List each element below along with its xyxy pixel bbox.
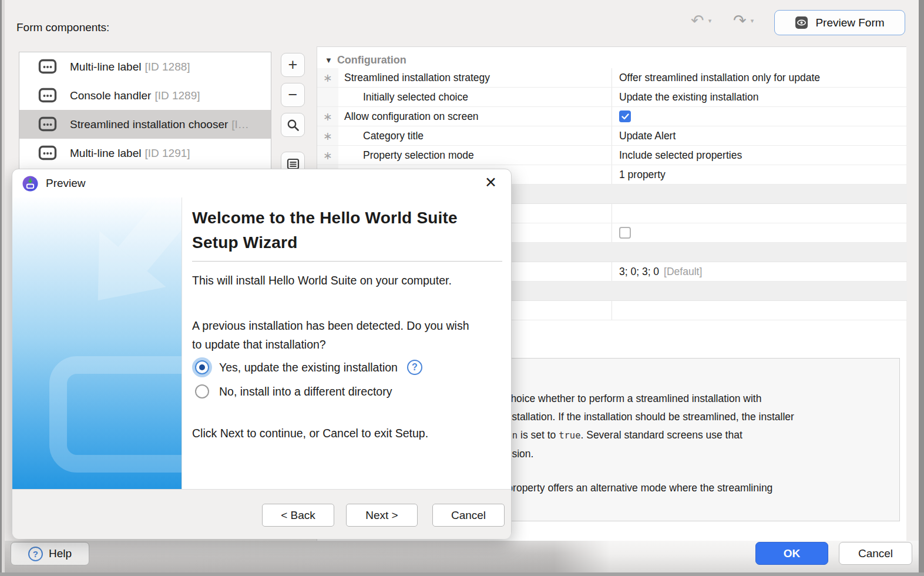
non-default-indicator-icon: ∗: [323, 130, 332, 142]
form-component-icon: [38, 88, 57, 103]
component-id: [ID 1288]: [145, 61, 190, 73]
install-arrow-watermark: [12, 197, 182, 489]
radio-option-label: Yes, update the existing installation: [219, 361, 398, 374]
add-component-button[interactable]: +: [281, 53, 305, 77]
search-icon: [286, 118, 300, 132]
component-id: [ID 1289]: [154, 89, 200, 102]
property-label: Property selection mode: [338, 146, 611, 165]
list-item[interactable]: Console handler[ID 1289]: [19, 81, 271, 110]
component-label: Multi-line label: [70, 147, 141, 159]
redo-button[interactable]: ↷ ▾: [733, 13, 754, 29]
preview-dialog: Preview ✕ Welcome to the Hello World Sui…: [12, 169, 512, 538]
code-true: true: [559, 430, 580, 441]
undo-icon: ↶: [691, 13, 704, 29]
property-value[interactable]: [611, 204, 907, 223]
property-row: ∗ Property selection mode Include select…: [317, 146, 907, 165]
radio-selected-icon[interactable]: [195, 360, 209, 374]
component-id: [I…: [231, 118, 249, 130]
component-label: Streamlined installation chooser: [70, 118, 228, 130]
wizard-content: Welcome to the Hello World Suite Setup W…: [182, 197, 512, 489]
form-components-list: Multi-line label[ID 1288] Console handle…: [19, 52, 271, 176]
wizard-intro-text: This will install Hello World Suite on y…: [192, 274, 452, 287]
component-id: [ID 1291]: [145, 147, 190, 159]
property-value-default-tag: [Default]: [664, 266, 702, 278]
property-row: ∗ Allow configuration on screen: [317, 107, 907, 126]
property-row: ∗ Streamlined installation strategy Offe…: [317, 68, 907, 88]
radio-unselected-icon[interactable]: [195, 384, 209, 398]
list-item[interactable]: Multi-line label[ID 1291]: [19, 139, 271, 168]
dialog-titlebar[interactable]: Preview ✕: [12, 169, 511, 197]
form-component-icon: [38, 116, 57, 132]
configuration-section-header[interactable]: ▼ Configuration: [317, 52, 406, 68]
component-label: Multi-line label: [70, 61, 141, 73]
redo-icon: ↷: [733, 13, 747, 29]
property-value[interactable]: Update the existing installation: [611, 88, 907, 106]
list-item-selected[interactable]: Streamlined installation chooser[I…: [19, 110, 271, 139]
form-component-icon: [38, 145, 57, 161]
radio-option-label: No, install into a different directory: [219, 385, 392, 398]
installer-app-icon: [22, 176, 38, 192]
help-circle-icon: ?: [28, 547, 43, 561]
checkbox-checked[interactable]: [619, 110, 631, 122]
option-help-icon[interactable]: ?: [407, 360, 422, 375]
configuration-title: Configuration: [337, 54, 406, 66]
checkbox-unchecked[interactable]: [619, 227, 631, 239]
window-footer: ? Help OK Cancel: [0, 541, 924, 573]
property-value[interactable]: 1 property: [611, 165, 907, 184]
dialog-footer: < Back Next > Cancel: [12, 489, 511, 539]
non-default-indicator-icon: ∗: [323, 150, 332, 161]
back-button[interactable]: < Back: [262, 504, 334, 527]
wizard-question-text: A previous installation has been detecte…: [192, 316, 469, 354]
collapse-triangle-icon: ▼: [325, 56, 332, 65]
dialog-cancel-button[interactable]: Cancel: [432, 504, 505, 527]
property-row: Initially selected choice Update the exi…: [317, 88, 907, 107]
help-button[interactable]: ? Help: [11, 542, 89, 565]
non-default-indicator-icon: ∗: [323, 72, 332, 83]
close-icon[interactable]: ✕: [485, 174, 497, 191]
property-label: Category title: [338, 126, 611, 145]
non-default-indicator-icon: ∗: [323, 111, 332, 122]
property-label: Allow configuration on screen: [338, 107, 611, 126]
property-value: 3; 0; 3; 0: [619, 266, 659, 278]
window-border-left-inner: [2, 0, 5, 576]
wizard-hint-text: Click Next to continue, or Cancel to exi…: [192, 427, 428, 440]
property-label: Streamlined installation strategy: [338, 68, 611, 87]
preview-form-label: Preview Form: [815, 16, 884, 29]
radio-option-update[interactable]: Yes, update the existing installation ?: [192, 357, 422, 377]
component-label: Console handler: [70, 89, 151, 102]
plus-icon: +: [288, 56, 298, 74]
property-label: Initially selected choice: [338, 88, 611, 106]
checkmark-icon: [621, 113, 629, 120]
minus-icon: −: [288, 86, 298, 104]
next-button[interactable]: Next >: [346, 504, 418, 527]
form-components-label: Form components:: [16, 21, 109, 34]
property-value[interactable]: Offer streamlined installation only for …: [611, 68, 907, 87]
help-button-label: Help: [49, 547, 72, 560]
cancel-button[interactable]: Cancel: [839, 542, 912, 565]
undo-dropdown-icon[interactable]: ▾: [708, 17, 712, 25]
window-border-bottom: [0, 572, 924, 576]
wizard-sidebar-image: [12, 197, 182, 489]
dialog-title: Preview: [46, 177, 86, 190]
window-border-right: [919, 0, 924, 576]
search-component-button[interactable]: [281, 113, 305, 137]
property-value[interactable]: Update Alert: [611, 126, 907, 145]
undo-button[interactable]: ↶ ▾: [691, 13, 711, 29]
form-component-icon: [38, 59, 57, 75]
list-item[interactable]: Multi-line label[ID 1288]: [19, 52, 271, 81]
redo-dropdown-icon[interactable]: ▾: [751, 17, 754, 25]
property-value[interactable]: [611, 301, 907, 320]
preview-form-button[interactable]: Preview Form: [774, 10, 905, 35]
wizard-heading: Welcome to the Hello World Suite Setup W…: [192, 206, 458, 255]
heading-divider: [192, 261, 502, 262]
radio-option-new-directory[interactable]: No, install into a different directory: [192, 381, 392, 401]
property-value[interactable]: Include selected properties: [611, 146, 907, 165]
remove-component-button[interactable]: −: [281, 83, 305, 107]
property-row: ∗ Category title Update Alert: [317, 126, 907, 146]
ok-button[interactable]: OK: [755, 542, 828, 565]
preview-eye-icon: [795, 16, 808, 29]
